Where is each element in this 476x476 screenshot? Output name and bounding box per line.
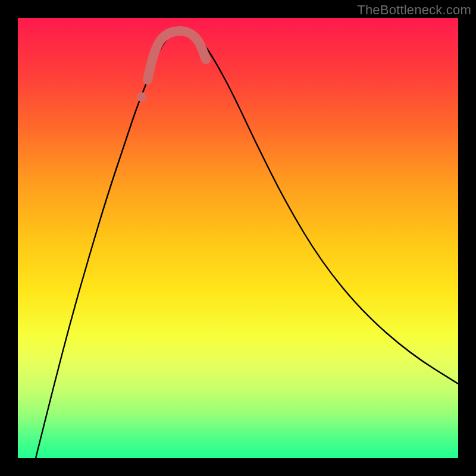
chart-frame: TheBottleneck.com — [0, 0, 476, 476]
highlight-band — [148, 31, 206, 80]
bottleneck-curve — [36, 30, 458, 458]
watermark-text: TheBottleneck.com — [357, 2, 471, 18]
plot-area — [18, 18, 458, 458]
highlight-dot — [137, 92, 146, 102]
curve-svg — [18, 18, 458, 458]
